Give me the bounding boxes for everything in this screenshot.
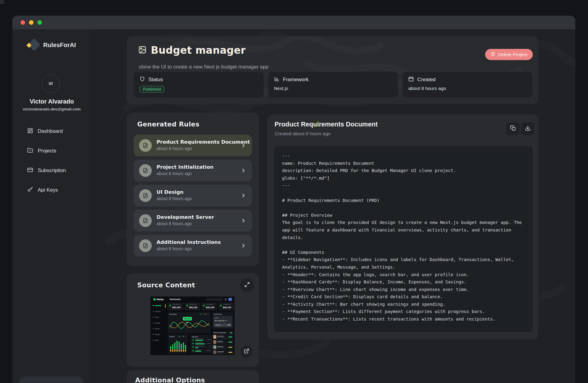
thumb-credit-card-panel: Credit Card LOGO 8676 1780 0756 **** [212, 312, 234, 329]
file-text-icon [139, 214, 152, 227]
chevron-right-icon [240, 218, 246, 225]
stats-row: Status Published Framework [134, 72, 532, 97]
document-code-block[interactable]: --- name: Product Requirements Document … [274, 146, 533, 332]
sidebar-item-subscription[interactable]: Subscription [12, 164, 91, 177]
thumb-gear-icon [224, 298, 227, 301]
thumb-sidebar [150, 302, 166, 355]
stat-label: Framework [283, 77, 309, 83]
stat-label: Created [417, 77, 435, 83]
brand-name: RulesForAI [43, 42, 76, 49]
delete-project-button[interactable]: Delete Project [485, 49, 533, 60]
thumb-search-bar [206, 298, 223, 301]
rule-item-project-initialization[interactable]: Project Initialization about 8 hours ago [134, 160, 252, 181]
created-value: about 8 hours ago [408, 86, 527, 91]
zoom-window-button[interactable] [37, 20, 42, 25]
status-badge: Published [139, 86, 164, 93]
thumb-recent-panel: Recent Transaction [212, 331, 234, 355]
thumb-stat-card: $41,210 [202, 303, 217, 311]
document-title: Product Requirements Document [275, 121, 378, 128]
source-thumbnail[interactable]: Penta Dashboard [150, 296, 235, 356]
stat-card-framework: Framework Next.js [268, 72, 398, 97]
avatar[interactable]: VI [41, 74, 60, 93]
sidebar-bottom-card[interactable] [19, 376, 83, 383]
file-text-icon [139, 189, 152, 202]
download-button[interactable] [521, 122, 534, 135]
stat-card-status: Status Published [134, 72, 264, 97]
chart-column-icon [274, 76, 280, 83]
download-icon [525, 125, 531, 132]
rule-time: about 8 hours ago [157, 146, 192, 151]
maximize-icon [244, 282, 250, 289]
thumb-topbar: Penta Dashboard [150, 296, 235, 302]
chevron-right-icon [240, 142, 246, 150]
window-titlebar[interactable] [12, 16, 575, 29]
sidebar-item-dashboard[interactable]: Dashboard [12, 125, 91, 138]
calendar-icon [408, 76, 414, 83]
rule-time: about 8 hours ago [157, 246, 192, 251]
expand-button[interactable] [240, 278, 254, 292]
source-content-heading: Source Content [137, 281, 195, 289]
thumb-stat-card: $41,210 [168, 303, 183, 311]
shield-icon [139, 76, 145, 83]
user-email: victoralvarado.dev@gmail.com [12, 107, 91, 111]
sidebar-nav: Dashboard Projects Subscription [12, 125, 91, 203]
minimize-window-button[interactable] [29, 20, 33, 25]
external-link-icon [244, 348, 249, 355]
rule-time: about 8 hours ago [157, 171, 192, 176]
rule-item-development-server[interactable]: Development Server about 8 hours ago [134, 210, 252, 231]
image-icon [138, 46, 147, 55]
rule-item-product-requirements-document[interactable]: Product Requirements Document about 8 ho… [134, 135, 252, 156]
copy-button[interactable] [506, 122, 520, 135]
sidebar-item-projects[interactable]: Projects [12, 144, 91, 158]
additional-options-heading: Additional Options [135, 376, 205, 383]
chevron-right-icon [240, 193, 246, 200]
sidebar-item-label: Api Keys [38, 187, 58, 193]
thumb-stat-card: $41,210 [218, 303, 234, 311]
sidebar-item-label: Dashboard [38, 128, 63, 134]
thumb-page-title: Dashboard [170, 298, 181, 300]
sidebar-item-api-keys[interactable]: Api Keys [12, 184, 91, 197]
rule-item-ui-design[interactable]: UI Design about 8 hours ago [134, 185, 252, 206]
brand-logo-icon [27, 39, 40, 51]
rule-time: about 8 hours ago [157, 221, 192, 226]
source-content-card: Source Content Penta Dashboard [127, 273, 259, 367]
brand[interactable]: RulesForAI [12, 39, 91, 51]
thumb-overview-panel: Overview $41,210 [168, 312, 211, 333]
document-subtitle: Created about 8 hours ago [275, 131, 330, 136]
trash-icon [491, 52, 495, 58]
screen: RulesForAI VI Victor Alvarado victoralva… [0, 0, 588, 383]
thumb-stat-card: $41,210 [185, 303, 200, 311]
key-icon [27, 187, 33, 194]
open-external-button[interactable] [240, 346, 253, 358]
framework-value: Next.js [274, 86, 393, 91]
thumb-avatar [228, 298, 232, 301]
chevron-right-icon [240, 243, 246, 250]
generated-rules-heading: Generated Rules [137, 120, 199, 128]
rule-title: Project Initialization [157, 164, 214, 170]
screen-corner-notch [0, 0, 4, 4]
rule-item-additional-instructions[interactable]: Additional Instructions about 8 hours ag… [134, 235, 252, 257]
stat-label: Status [148, 77, 163, 83]
chevron-right-icon [240, 168, 246, 175]
thumb-chart-tooltip: $41,210 [183, 317, 192, 321]
project-subtitle: clone the UI to create a new Next js bud… [139, 64, 269, 70]
file-text-icon [139, 239, 152, 252]
main-content: Budget manager clone the UI to create a … [91, 29, 575, 383]
dashboard-grid-icon [27, 128, 33, 135]
stat-card-created: Created about 8 hours ago [402, 72, 532, 97]
sidebar-item-label: Subscription [38, 168, 66, 174]
credit-card-icon [27, 167, 33, 174]
rule-title: UI Design [157, 189, 183, 195]
delete-project-label: Delete Project [498, 52, 527, 57]
file-text-icon [139, 139, 152, 152]
folder-icon [27, 147, 33, 155]
rules-list: Product Requirements Document about 8 ho… [134, 135, 252, 260]
close-window-button[interactable] [21, 20, 25, 25]
rule-time: about 8 hours ago [157, 196, 192, 201]
user-name: Victor Alvarado [12, 98, 91, 105]
document-code-text: --- name: Product Requirements Document … [274, 146, 533, 332]
additional-options-card: Additional Options [127, 370, 259, 383]
sidebar: RulesForAI VI Victor Alvarado victoralva… [12, 29, 91, 383]
copy-icon [510, 125, 516, 132]
app-window: RulesForAI VI Victor Alvarado victoralva… [12, 16, 575, 383]
